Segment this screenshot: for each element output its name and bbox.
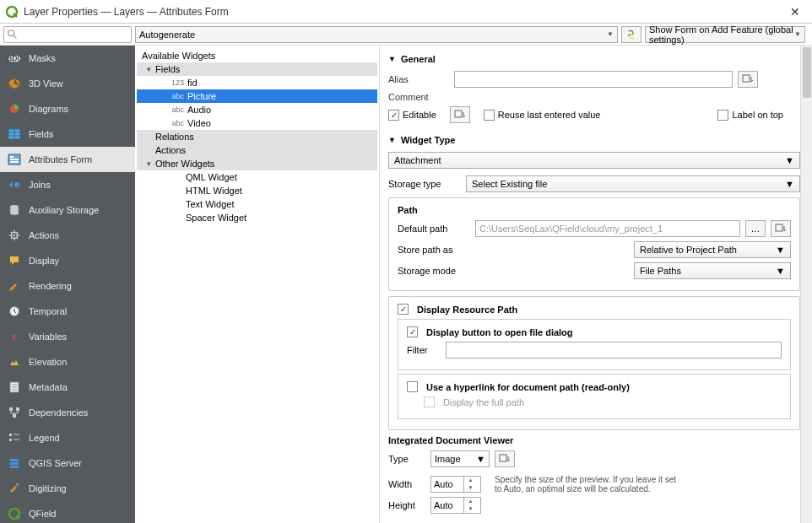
spin-up-icon[interactable]: ▲ <box>464 498 477 505</box>
sidebar-item-digitizing[interactable]: Digitizing <box>0 476 135 501</box>
editable-checkbox[interactable] <box>388 110 399 121</box>
expression-button[interactable] <box>771 220 791 237</box>
sidebar-item-label: QGIS Server <box>29 458 82 468</box>
svg-rect-38 <box>500 455 506 461</box>
sidebar-item-aux-storage[interactable]: Auxiliary Storage <box>0 197 135 223</box>
tree-label: QML Widget <box>186 172 237 182</box>
chevron-down-icon: ▼ <box>794 30 801 38</box>
sidebar-item-joins[interactable]: Joins <box>0 172 135 197</box>
expression-button[interactable] <box>450 106 470 123</box>
right-scrollbar[interactable] <box>800 46 812 523</box>
tree-other-spacer[interactable]: Spacer Widget <box>137 211 377 224</box>
sidebar-item-3dview[interactable]: 3D View <box>0 71 135 96</box>
display-resource-groupbox: Display Resource Path Display button to … <box>388 296 800 430</box>
sidebar-item-diagrams[interactable]: Diagrams <box>0 96 135 121</box>
filter-input[interactable] <box>446 342 782 359</box>
editable-label: Editable <box>403 110 436 120</box>
sidebar-item-attributes-form[interactable]: Attributes Form <box>0 147 135 172</box>
sidebar-item-masks[interactable]: abcMasks <box>0 46 135 71</box>
alias-input[interactable] <box>454 71 733 88</box>
widget-type-section-header[interactable]: ▼Widget Type <box>388 135 800 145</box>
height-input[interactable] <box>431 498 463 513</box>
tree-label: Video <box>187 118 211 128</box>
widget-type-combo[interactable]: Attachment▼ <box>388 152 800 169</box>
viewer-type-combo[interactable]: Image▼ <box>430 450 490 467</box>
height-spinner[interactable]: ▲▼ <box>430 497 481 514</box>
sidebar-item-legend[interactable]: Legend <box>0 425 135 450</box>
svg-rect-30 <box>10 459 19 461</box>
sidebar-item-label: Digitizing <box>29 483 67 493</box>
scrollbar-thumb[interactable] <box>803 47 811 98</box>
hyperlink-group: Use a hyperlink for document path (read-… <box>398 374 791 419</box>
tree-field-video[interactable]: abcVideo <box>137 116 377 130</box>
store-as-combo[interactable]: Relative to Project Path▼ <box>634 241 791 258</box>
label-on-top-checkbox[interactable] <box>717 110 728 121</box>
tree-field-picture[interactable]: abcPicture <box>137 89 377 103</box>
storage-mode-value: File Paths <box>640 266 681 276</box>
sidebar-item-qgis-server[interactable]: QGIS Server <box>0 450 135 476</box>
tree-group-actions[interactable]: Actions <box>137 143 377 157</box>
display-full-checkbox <box>424 396 435 407</box>
form-mode-label: Autogenerate <box>139 30 195 40</box>
show-form-combo[interactable]: Show Form on Add Feature (global setting… <box>645 26 805 43</box>
close-button[interactable]: ✕ <box>783 5 807 19</box>
general-section-header[interactable]: ▼General <box>388 54 800 64</box>
bubble-icon <box>7 253 22 268</box>
display-button-checkbox[interactable] <box>407 326 418 337</box>
svg-rect-37 <box>776 224 782 231</box>
sidebar-item-actions[interactable]: Actions <box>0 223 135 248</box>
sidebar-item-temporal[interactable]: Temporal <box>0 299 135 324</box>
form-mode-combo[interactable]: Autogenerate ▼ <box>135 26 618 43</box>
expression-button[interactable] <box>495 450 515 467</box>
qgis-app-icon <box>5 5 19 19</box>
collapse-icon: ▼ <box>388 55 396 63</box>
sidebar-item-display[interactable]: Display <box>0 248 135 273</box>
tree-other-text[interactable]: Text Widget <box>137 197 377 211</box>
display-resource-label: Display Resource Path <box>417 305 517 315</box>
tree-group-fields[interactable]: ▾Fields <box>137 62 377 76</box>
sidebar-item-dependencies[interactable]: Dependencies <box>0 400 135 425</box>
masks-icon: abc <box>7 51 22 66</box>
tree-group-other[interactable]: ▾Other Widgets <box>137 157 377 170</box>
alias-label: Alias <box>388 74 449 84</box>
doc-icon <box>7 380 22 395</box>
sidebar-item-qfield[interactable]: QField <box>0 501 135 523</box>
python-button[interactable] <box>621 26 641 43</box>
width-input[interactable] <box>431 477 463 492</box>
display-resource-checkbox[interactable] <box>398 304 409 315</box>
hyperlink-checkbox[interactable] <box>407 381 418 392</box>
svg-point-13 <box>14 182 19 187</box>
sidebar-item-label: Elevation <box>29 357 67 367</box>
sidebar-item-elevation[interactable]: Elevation <box>0 349 135 375</box>
storage-type-label: Storage type <box>388 179 461 189</box>
hyperlink-label: Use a hyperlink for document path (read-… <box>426 382 630 392</box>
sidebar-item-label: Masks <box>29 53 56 63</box>
clock-icon <box>7 304 22 319</box>
tree-label: Other Widgets <box>155 159 214 169</box>
storage-mode-combo[interactable]: File Paths▼ <box>634 262 791 279</box>
search-input[interactable] <box>3 26 132 43</box>
spin-up-icon[interactable]: ▲ <box>464 477 477 484</box>
tree-label: Relations <box>155 132 194 142</box>
sidebar-item-rendering[interactable]: Rendering <box>0 273 135 299</box>
tree-field-audio[interactable]: abcAudio <box>137 103 377 116</box>
tree-other-html[interactable]: HTML Widget <box>137 184 377 197</box>
spin-down-icon[interactable]: ▼ <box>464 484 477 492</box>
filter-label: Filter <box>407 345 441 355</box>
svg-rect-27 <box>9 439 12 441</box>
tree-other-qml[interactable]: QML Widget <box>137 170 377 184</box>
expression-button[interactable] <box>738 71 758 88</box>
widget-tree[interactable]: ▾Fields 123fid abcPicture abcAudio abcVi… <box>137 62 377 224</box>
width-spinner[interactable]: ▲▼ <box>430 476 481 493</box>
tree-field-fid[interactable]: 123fid <box>137 76 377 89</box>
spin-down-icon[interactable]: ▼ <box>464 505 477 513</box>
sidebar-item-metadata[interactable]: Metadata <box>0 375 135 400</box>
storage-type-combo[interactable]: Select Existing file▼ <box>466 175 800 192</box>
sidebar-item-fields[interactable]: Fields <box>0 121 135 147</box>
default-path-input[interactable] <box>475 220 740 237</box>
type-badge: 123 <box>165 78 184 87</box>
reuse-checkbox[interactable] <box>484 110 495 121</box>
tree-group-relations[interactable]: Relations <box>137 130 377 143</box>
sidebar-item-variables[interactable]: εVariables <box>0 324 135 349</box>
browse-button[interactable]: … <box>745 220 766 237</box>
